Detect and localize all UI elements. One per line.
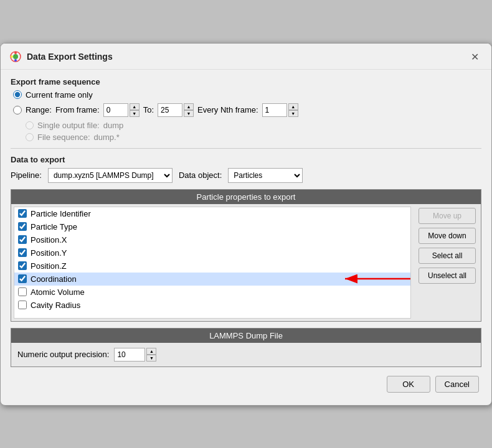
property-label: Atomic Volume (31, 287, 85, 297)
to-spinner: ▲ ▼ (158, 103, 194, 117)
to-down-btn[interactable]: ▼ (184, 110, 194, 117)
lammps-section: LAMMPS Dump File Numeric output precisio… (11, 328, 481, 367)
cancel-button[interactable]: Cancel (435, 376, 479, 393)
property-item[interactable]: Coordination (14, 273, 410, 286)
property-checkbox[interactable] (18, 287, 27, 296)
single-file-row: Single output file: dump (26, 121, 481, 130)
property-item[interactable]: Cavity Radius (14, 299, 410, 312)
from-label: From frame: (55, 105, 100, 114)
from-up-btn[interactable]: ▲ (130, 103, 140, 110)
to-input[interactable] (158, 103, 182, 117)
every-spinner: ▲ ▼ (262, 103, 298, 117)
property-item[interactable]: Atomic Volume (14, 286, 410, 299)
move-up-button[interactable]: Move up (419, 208, 476, 224)
property-label: Cavity Radius (31, 301, 80, 310)
bottom-buttons: OK Cancel (11, 373, 479, 398)
single-file-value: dump (103, 121, 124, 130)
property-label: Particle Type (31, 222, 77, 231)
property-checkbox[interactable] (18, 274, 27, 283)
svg-point-4 (11, 55, 13, 58)
file-sequence-value: dump.* (94, 133, 120, 142)
close-button[interactable]: ✕ (467, 50, 483, 64)
pipeline-label: Pipeline: (11, 170, 42, 180)
property-checkbox[interactable] (18, 222, 27, 231)
particle-header: Particle properties to export (11, 190, 481, 204)
pipeline-row: Pipeline: dump.xyzn5 [LAMMPS Dump] Data … (11, 168, 481, 183)
property-checkbox[interactable] (18, 209, 27, 218)
current-frame-label: Current frame only (26, 90, 93, 100)
property-item[interactable]: Position.Z (14, 259, 410, 273)
particle-body: Particle IdentifierParticle TypePosition… (11, 204, 481, 321)
current-frame-radio[interactable] (13, 90, 22, 99)
property-item[interactable]: Particle Type (14, 220, 410, 233)
property-checkbox[interactable] (18, 248, 27, 257)
single-file-radio (26, 121, 34, 129)
dialog-title: Data Export Settings (27, 52, 113, 62)
unselect-all-button[interactable]: Unselect all (419, 268, 476, 284)
export-frame-label: Export frame sequence (11, 77, 481, 86)
file-sequence-radio (26, 133, 34, 141)
lammps-header: LAMMPS Dump File (11, 329, 481, 343)
range-label: Range: (26, 105, 52, 114)
precision-down-btn[interactable]: ▼ (146, 355, 156, 362)
property-label: Position.Y (31, 248, 67, 258)
particle-section: Particle properties to export Particle I… (11, 189, 481, 322)
data-export-label: Data to export (11, 155, 481, 164)
side-buttons: Move up Move down Select all Unselect al… (414, 204, 481, 321)
from-down-btn[interactable]: ▼ (130, 110, 140, 117)
property-item[interactable]: Position.Y (14, 246, 410, 259)
file-sequence-row: File sequence: dump.* (26, 133, 481, 142)
precision-spinner: ▲ ▼ (114, 348, 156, 362)
property-item[interactable]: Particle Identifier (14, 207, 410, 220)
every-label: Every Nth frame: (197, 105, 258, 114)
title-bar-left: Data Export Settings (9, 50, 113, 63)
from-input[interactable] (103, 103, 128, 117)
svg-point-2 (14, 52, 17, 54)
svg-point-1 (13, 54, 18, 59)
precision-input[interactable] (114, 348, 145, 362)
dialog-content: Export frame sequence Current frame only… (1, 70, 491, 405)
from-spinner: ▲ ▼ (103, 103, 140, 117)
select-all-button[interactable]: Select all (419, 248, 476, 264)
pipeline-select[interactable]: dump.xyzn5 [LAMMPS Dump] (48, 168, 173, 183)
property-checkbox[interactable] (18, 261, 27, 270)
precision-label: Numeric output precision: (17, 350, 109, 359)
to-label: To: (143, 105, 154, 114)
property-checkbox[interactable] (18, 301, 27, 309)
range-row: Range: From frame: ▲ ▼ To: ▲ ▼ Every Nth… (11, 103, 481, 117)
svg-point-3 (14, 59, 17, 62)
data-object-label: Data object: (179, 170, 222, 180)
title-bar: Data Export Settings ✕ (1, 44, 491, 70)
divider-1 (11, 148, 481, 149)
ok-button[interactable]: OK (387, 376, 430, 393)
single-file-label: Single output file: (37, 121, 100, 130)
every-input[interactable] (262, 103, 287, 117)
data-object-select[interactable]: Particles (228, 168, 303, 183)
precision-up-btn[interactable]: ▲ (146, 348, 156, 355)
property-label: Particle Identifier (31, 209, 91, 218)
property-checkbox[interactable] (18, 235, 27, 244)
current-frame-row: Current frame only (11, 90, 481, 100)
file-sequence-label: File sequence: (37, 133, 90, 142)
property-list[interactable]: Particle IdentifierParticle TypePosition… (14, 207, 411, 319)
property-label: Coordination (31, 274, 77, 284)
app-icon (9, 50, 22, 63)
dialog: Data Export Settings ✕ Export frame sequ… (0, 43, 492, 406)
move-down-button[interactable]: Move down (419, 228, 476, 244)
every-up-btn[interactable]: ▲ (288, 103, 298, 110)
lammps-body: Numeric output precision: ▲ ▼ (11, 343, 481, 366)
property-item[interactable]: Position.X (14, 233, 410, 246)
sub-options: Single output file: dump File sequence: … (26, 121, 481, 142)
property-label: Position.Z (31, 261, 67, 271)
to-up-btn[interactable]: ▲ (184, 103, 194, 110)
property-label: Position.X (31, 235, 67, 245)
every-down-btn[interactable]: ▼ (288, 110, 298, 117)
range-radio[interactable] (13, 106, 22, 114)
